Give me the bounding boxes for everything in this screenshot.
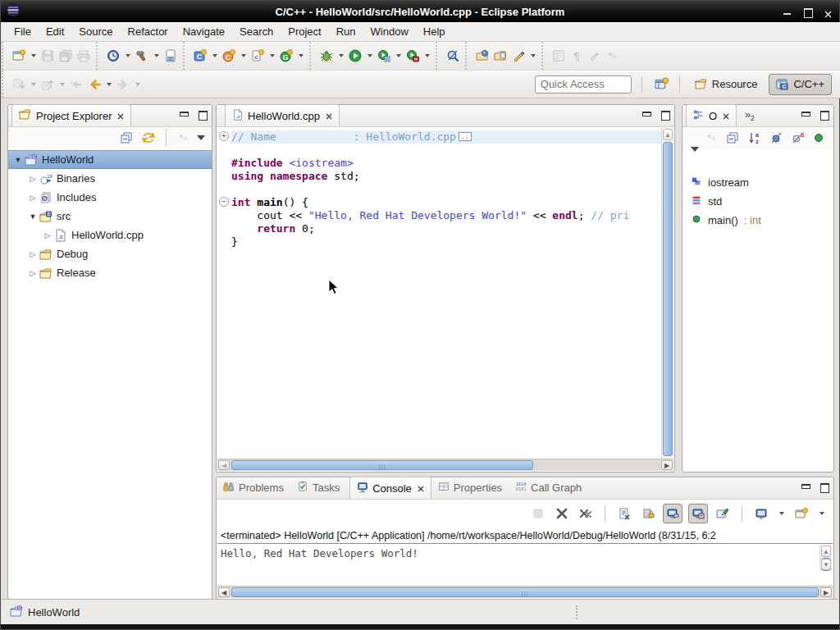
remove-all-launches-button[interactable]	[577, 504, 595, 523]
menu-run[interactable]: Run	[329, 23, 363, 40]
collapse-all-icon[interactable]	[725, 130, 742, 146]
chevron-down-icon[interactable]	[425, 54, 430, 57]
new-cpp-class-button[interactable]: C	[220, 47, 238, 65]
expand-arrow-icon[interactable]: ▷	[26, 194, 39, 202]
chevron-down-icon[interactable]	[270, 54, 275, 57]
new-wizard-button[interactable]	[10, 47, 28, 65]
minimize-view-button[interactable]	[801, 482, 810, 491]
collapse-all-icon[interactable]	[119, 130, 135, 146]
chevron-down-icon[interactable]	[212, 54, 217, 57]
outline-item-main[interactable]: main() : int	[691, 211, 833, 230]
scrollbar-thumb[interactable]	[663, 142, 673, 456]
code-area[interactable]: // Name : HelloWorld.cpp..#include <iost…	[231, 128, 661, 459]
back-button[interactable]	[85, 75, 103, 94]
scroll-left-icon[interactable]: ◀	[218, 460, 230, 470]
status-splitter-handle[interactable]	[576, 605, 578, 619]
fold-collapse-icon[interactable]: −	[219, 197, 229, 207]
build-hammer-button[interactable]	[133, 47, 151, 65]
next-edit-pen-button[interactable]	[509, 47, 527, 65]
console-vertical-scrollbar[interactable]: ▲ ≡ ▼	[819, 545, 833, 571]
tab-problems[interactable]: Problems	[217, 477, 290, 499]
search-button[interactable]	[444, 47, 462, 65]
editor-horizontal-scrollbar[interactable]: ◀ ||| ▶	[217, 459, 673, 471]
editor-vertical-scrollbar[interactable]: ▲	[661, 128, 673, 459]
scroll-up-icon[interactable]: ▲	[663, 129, 673, 140]
menu-file[interactable]: File	[7, 23, 39, 40]
menu-help[interactable]: Help	[416, 23, 453, 40]
quick-access-input[interactable]	[535, 75, 632, 94]
chevron-down-icon[interactable]	[531, 54, 536, 57]
new-gcov-button[interactable]: G	[277, 47, 295, 65]
debug-bug-button[interactable]	[317, 47, 336, 65]
display-console-button[interactable]	[752, 504, 770, 523]
menu-edit[interactable]: Edit	[39, 23, 71, 40]
tab-tasks[interactable]: Tasks	[290, 477, 346, 499]
chevron-down-icon[interactable]	[31, 54, 36, 57]
tree-item-src[interactable]: ▼Csrc	[8, 207, 212, 226]
minimize-view-button[interactable]	[641, 110, 651, 119]
window-maximize-button[interactable]	[803, 7, 812, 16]
fold-gutter[interactable]: +−	[217, 128, 231, 459]
chevron-down-icon[interactable]	[819, 512, 824, 515]
scroll-up-icon[interactable]: ▲	[821, 546, 831, 557]
maximize-view-button[interactable]	[819, 110, 829, 119]
view-menu-icon[interactable]	[691, 147, 699, 166]
scrollbar-thumb[interactable]: |||	[231, 587, 819, 597]
menu-navigate[interactable]: Navigate	[176, 23, 232, 40]
minimize-view-button[interactable]	[179, 110, 188, 119]
collapse-arrow-icon[interactable]: ▼	[26, 212, 39, 221]
tree-item-helloworld-cpp[interactable]: ▷.cHelloWorld.cpp	[8, 226, 212, 244]
tab-call-graph[interactable]: 10100101Call Graph	[509, 477, 588, 499]
close-icon[interactable]	[418, 482, 424, 495]
expand-arrow-icon[interactable]: ▷	[26, 269, 39, 277]
console-output[interactable]: Hello, Red Hat Developers World!	[217, 545, 819, 571]
open-perspective-button[interactable]	[652, 75, 671, 94]
run-external-tools-button[interactable]	[375, 47, 393, 65]
tab-properties[interactable]: Properties	[431, 477, 509, 499]
profile-button[interactable]	[104, 47, 122, 65]
fold-expand-icon[interactable]: +	[219, 131, 229, 141]
tab-project-explorer[interactable]: Project Explorer	[11, 104, 131, 126]
tree-item-debug[interactable]: ▷Debug	[8, 244, 212, 263]
chevron-down-icon[interactable]	[107, 83, 112, 86]
scroll-lock-button[interactable]	[639, 504, 657, 523]
maximize-view-button[interactable]	[819, 482, 829, 491]
expand-arrow-icon[interactable]: ▷	[41, 231, 54, 240]
outline-item-iostream[interactable]: iostream	[691, 173, 833, 192]
show-stdout-button[interactable]	[663, 504, 682, 523]
new-c-project-button[interactable]: C	[191, 47, 209, 65]
close-icon[interactable]	[326, 110, 332, 122]
coverage-button[interactable]	[404, 47, 422, 65]
chevron-down-icon[interactable]	[126, 54, 130, 57]
tree-item-binaries[interactable]: ▷10Binaries	[8, 169, 212, 188]
run-button[interactable]	[346, 47, 364, 65]
perspective-resource-button[interactable]: Resource	[688, 75, 765, 94]
hide-fields-icon[interactable]	[768, 130, 784, 146]
hidden-tabs-indicator[interactable]: »2	[745, 109, 755, 122]
chevron-down-icon[interactable]	[396, 54, 401, 57]
view-menu-icon[interactable]	[197, 135, 205, 140]
window-minimize-button[interactable]	[783, 7, 792, 16]
expand-arrow-icon[interactable]: ▷	[26, 175, 39, 183]
tab-console[interactable]: Console	[349, 477, 431, 499]
new-c-file-button[interactable]: c	[249, 47, 267, 65]
clear-console-button[interactable]	[615, 504, 633, 523]
show-stderr-button[interactable]	[688, 504, 708, 523]
link-with-editor-icon[interactable]	[140, 130, 157, 146]
tree-item-helloworld[interactable]: ▼CHelloWorld	[8, 150, 212, 169]
minimize-view-button[interactable]	[801, 110, 810, 119]
menu-project[interactable]: Project	[281, 23, 328, 40]
chevron-down-icon[interactable]	[368, 54, 372, 57]
open-type-button[interactable]	[473, 47, 491, 65]
menu-search[interactable]: Search	[232, 23, 281, 40]
scroll-left-icon[interactable]: ◀	[218, 587, 230, 597]
chevron-down-icon[interactable]	[779, 512, 784, 515]
chevron-down-icon[interactable]	[339, 54, 344, 57]
tree-item-includes[interactable]: ▷hIncludes	[8, 188, 212, 207]
maximize-view-button[interactable]	[660, 110, 669, 119]
binary-file-button[interactable]: 010	[162, 47, 180, 65]
close-icon[interactable]	[723, 110, 729, 122]
chevron-down-icon[interactable]	[154, 54, 159, 57]
close-icon[interactable]	[117, 110, 124, 122]
hide-static-icon[interactable]: S	[789, 130, 806, 146]
